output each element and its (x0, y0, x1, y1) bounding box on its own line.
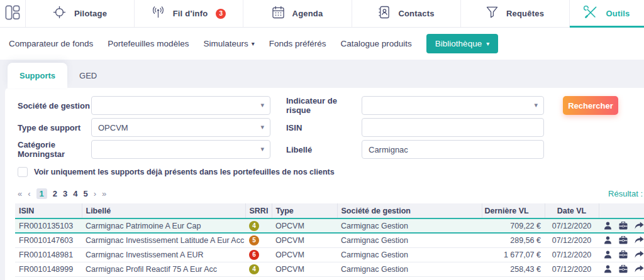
cell-isin: FR0010148981 (15, 247, 82, 262)
cell-isin: FR0010148999 (15, 262, 82, 276)
column-header-srri[interactable]: SRRI (245, 203, 272, 218)
tools-icon (584, 6, 597, 22)
subnav-link-label: Fonds préférés (269, 39, 326, 48)
chevron-down-icon: ▾ (260, 101, 264, 109)
table-row[interactable]: FR0010135103 Carmignac Patrimoine A Eur … (15, 218, 644, 233)
row-actions (602, 250, 644, 259)
cell-type: OPCVM (272, 262, 337, 276)
briefcase-icon[interactable] (619, 265, 628, 273)
cell-societe: Carmignac Gestion (337, 247, 482, 262)
share-icon[interactable] (635, 236, 644, 244)
subnav-catalogue-produits[interactable]: Catalogue produits (341, 39, 412, 48)
type-de-support-select[interactable]: OPCVM ▾ (91, 118, 270, 137)
broadcast-icon (152, 6, 165, 21)
user-icon[interactable] (604, 265, 612, 273)
table-row[interactable]: FR0010148981 Carmignac Investissement A … (15, 247, 644, 262)
subnav-link-label: Catalogue produits (341, 39, 412, 48)
table-header-row: ISIN Libellé SRRI Type Société de gestio… (15, 203, 644, 218)
societe-de-gestion-select[interactable]: ▾ (91, 96, 270, 115)
nav-item-outils[interactable]: Outils (569, 0, 644, 27)
briefcase-icon[interactable] (619, 236, 628, 244)
tab-strip: Supports GED (0, 60, 644, 88)
row-actions (602, 236, 644, 244)
nav-item-contacts[interactable]: Contacts (352, 0, 460, 27)
column-header-type[interactable]: Type (272, 203, 337, 218)
table-row[interactable]: FR0010147603 Carmignac Investissement La… (15, 233, 644, 247)
page-button-3[interactable]: 3 (63, 189, 67, 198)
column-header-date-vl[interactable]: Date VL (545, 203, 599, 218)
prev-page-button[interactable]: ‹ (28, 189, 30, 198)
table-row[interactable]: FR0010148999 Carmignac Profil Reactif 75… (15, 262, 644, 276)
nav-item-label: Agenda (292, 9, 323, 18)
filter-checkbox-row: Voir uniquement les supports déjà présen… (18, 167, 644, 177)
tab-ged[interactable]: GED (67, 63, 109, 88)
row-actions (602, 265, 644, 273)
chevron-down-icon: ▾ (252, 40, 255, 47)
column-header-libelle[interactable]: Libellé (82, 203, 245, 218)
libelle-input[interactable] (369, 145, 528, 154)
cell-type: OPCVM (272, 218, 337, 233)
subnav-link-label: Simulateurs (203, 39, 248, 48)
user-icon[interactable] (604, 236, 612, 244)
subnav-comparateur-de-fonds[interactable]: Comparateur de fonds (9, 39, 93, 48)
user-icon[interactable] (604, 250, 612, 259)
page-button-5[interactable]: 5 (84, 189, 88, 198)
results-count-label: Résultat : (608, 189, 643, 198)
rechercher-button[interactable]: Rechercher (563, 96, 618, 115)
chevron-down-icon: ▾ (486, 40, 489, 47)
app-logo[interactable] (0, 0, 25, 27)
cell-derniere-vl: 1 677,07 € (482, 247, 545, 262)
nav-item-pilotage[interactable]: Pilotage (25, 0, 134, 27)
nav-item-label: Contacts (398, 9, 434, 18)
bibliotheque-button[interactable]: Bibliothèque ▾ (426, 34, 498, 53)
first-page-button[interactable]: « (18, 189, 22, 198)
tab-label: GED (79, 71, 97, 80)
last-page-button[interactable]: » (102, 189, 106, 198)
cell-date-vl: 07/12/2020 (545, 262, 599, 276)
user-icon[interactable] (604, 222, 612, 230)
contacts-icon (378, 6, 390, 21)
subnav-fonds-preferes[interactable]: Fonds préférés (269, 39, 326, 48)
content-panel: Société de gestion ▾ Indicateur de risqu… (5, 88, 644, 280)
categorie-morningstar-select[interactable]: ▾ (91, 140, 270, 159)
page-button-1[interactable]: 1 (36, 188, 47, 199)
next-page-button[interactable]: › (94, 189, 96, 198)
societe-de-gestion-label: Société de gestion (18, 101, 91, 110)
clients-only-checkbox[interactable] (18, 167, 28, 177)
nav-item-label: Outils (606, 9, 630, 18)
funnel-icon (486, 6, 498, 21)
nav-item-agenda[interactable]: Agenda (243, 0, 352, 27)
indicateur-de-risque-select[interactable]: ▾ (362, 96, 544, 115)
cell-societe: Carmignac Gestion (337, 233, 482, 247)
srri-badge: 4 (249, 264, 259, 274)
briefcase-icon[interactable] (619, 222, 628, 230)
isin-input[interactable] (369, 123, 528, 132)
share-icon[interactable] (635, 250, 644, 259)
categorie-morningstar-label: Catégorie Morningstar (18, 140, 91, 159)
nav-item-requetes[interactable]: Requêtes (460, 0, 569, 27)
srri-badge: 5 (249, 235, 259, 245)
subnav-portefeuilles-modeles[interactable]: Portefeuilles modèles (108, 39, 189, 48)
nav-item-fil-dinfo[interactable]: Fil d'info 3 (134, 0, 243, 27)
tab-supports[interactable]: Supports (8, 63, 67, 88)
chevron-down-icon: ▾ (260, 145, 264, 153)
cell-isin: FR0010135103 (15, 218, 82, 233)
cell-derniere-vl: 709,22 € (482, 218, 545, 233)
tab-label: Supports (19, 71, 55, 80)
share-icon[interactable] (635, 222, 644, 230)
briefcase-icon[interactable] (619, 250, 628, 259)
share-icon[interactable] (635, 265, 644, 273)
column-header-societe[interactable]: Société de gestion (337, 203, 482, 218)
page-button-2[interactable]: 2 (53, 189, 57, 198)
cell-type: OPCVM (272, 233, 337, 247)
isin-field-wrap (362, 118, 544, 137)
page-button-4[interactable]: 4 (73, 189, 77, 198)
chevron-down-icon: ▾ (260, 123, 264, 131)
column-header-actions (599, 203, 644, 218)
subnav-simulateurs[interactable]: Simulateurs ▾ (203, 39, 254, 48)
column-header-isin[interactable]: ISIN (15, 203, 82, 218)
column-header-derniere-vl[interactable]: Dernière VL (482, 203, 545, 218)
cell-libelle: Carmignac Profil Reactif 75 A Eur Acc (82, 262, 245, 276)
cell-derniere-vl: 258,43 € (482, 262, 545, 276)
cell-isin: FR0010147603 (15, 233, 82, 247)
